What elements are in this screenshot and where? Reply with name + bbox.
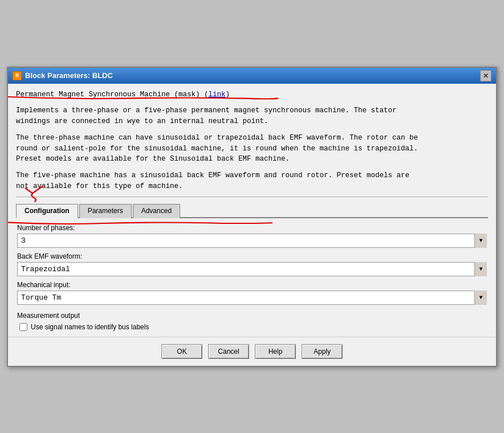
tab-parameters[interactable]: Parameters (79, 204, 132, 218)
desc-paragraph1: Implements a three-phase or a five-phase… (16, 105, 488, 127)
emf-dropdown-wrapper: Trapezoidal Sinusoidal ▼ (17, 262, 487, 276)
desc-link[interactable]: link (209, 91, 226, 99)
help-button[interactable]: Help (255, 344, 296, 359)
button-bar: OK Cancel Help Apply (8, 337, 496, 366)
emf-label: Back EMF waveform: (17, 252, 487, 260)
form-area: Number of phases: 3 5 ▼ Back EMF wavefor… (16, 224, 488, 331)
emf-dropdown[interactable]: Trapezoidal Sinusoidal (17, 262, 487, 276)
tab-configuration[interactable]: Configuration (16, 204, 78, 218)
window-title: Block Parameters: BLDC (25, 71, 113, 80)
desc-line1-part2: ) (226, 91, 230, 99)
window-icon: B (13, 71, 22, 80)
title-bar-left: B Block Parameters: BLDC (13, 71, 113, 80)
content-area: Permanent Magnet Synchronous Machine (ma… (8, 84, 496, 337)
description-block: Permanent Magnet Synchronous Machine (ma… (16, 89, 488, 197)
measurement-label: Measurement output (17, 312, 487, 320)
desc-line1-part1: Permanent Magnet Synchronous Machine (ma… (16, 91, 209, 99)
cancel-button[interactable]: Cancel (208, 344, 249, 359)
ok-button[interactable]: OK (161, 344, 202, 359)
bus-labels-label: Use signal names to identify bus labels (31, 323, 149, 331)
mechanical-dropdown[interactable]: Torque Tm Speed w Mechanical rotational … (17, 291, 487, 305)
phases-label: Number of phases: (17, 224, 487, 232)
phases-dropdown-wrapper: 3 5 ▼ (17, 234, 487, 248)
desc-paragraph3: The five-phase machine has a sinusoidal … (16, 170, 488, 192)
main-window: B Block Parameters: BLDC ✕ Permanent Mag… (7, 67, 497, 367)
apply-button[interactable]: Apply (302, 344, 343, 359)
tabs-bar: Configuration Parameters Advanced (16, 203, 488, 218)
mechanical-dropdown-wrapper: Torque Tm Speed w Mechanical rotational … (17, 291, 487, 305)
close-button[interactable]: ✕ (480, 70, 491, 81)
phases-dropdown[interactable]: 3 5 (17, 234, 487, 248)
desc-paragraph2: The three-phase machine can have sinusoi… (16, 133, 488, 165)
checkbox-row: Use signal names to identify bus labels (19, 323, 487, 331)
mechanical-label: Mechanical input: (17, 281, 487, 289)
bus-labels-checkbox[interactable] (19, 323, 27, 331)
tab-advanced[interactable]: Advanced (133, 204, 180, 218)
title-bar: B Block Parameters: BLDC ✕ (8, 68, 496, 84)
